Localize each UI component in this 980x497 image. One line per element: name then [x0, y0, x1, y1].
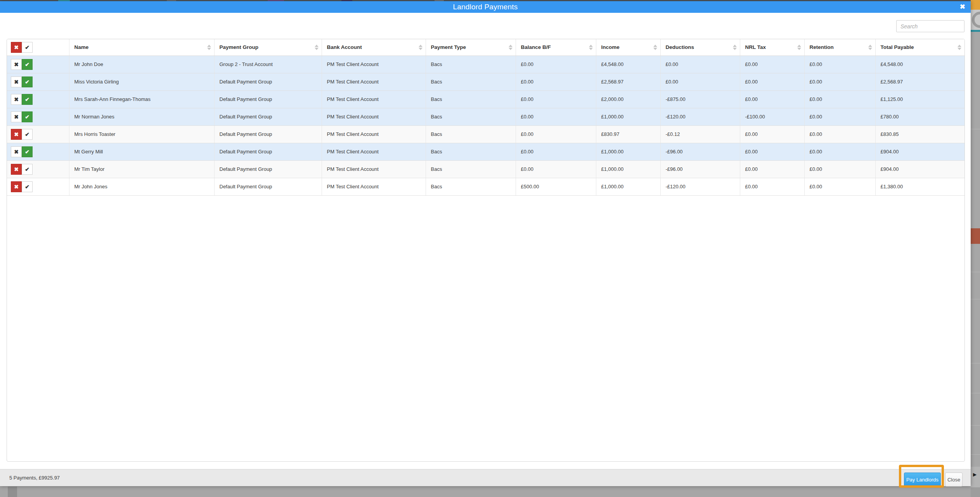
sort-icon[interactable]	[957, 45, 961, 50]
cell-nrl-tax: £0.00	[740, 90, 804, 108]
accept-row-button[interactable]: ✔	[22, 59, 33, 70]
column-header[interactable]: Payment Group	[214, 39, 322, 56]
sort-icon[interactable]	[419, 45, 422, 50]
column-header[interactable]: Deductions	[660, 39, 740, 56]
table-row: ✖✔ Mr John Doe Group 2 - Trust Account P…	[7, 56, 964, 73]
cell-bank-account: PM Test Client Account	[322, 90, 426, 108]
sort-icon[interactable]	[868, 45, 872, 50]
cell-balance-bf: £0.00	[516, 90, 596, 108]
column-header[interactable]: Name	[69, 39, 214, 56]
cell-income: £4,548.00	[596, 56, 660, 73]
reject-all-button[interactable]: ✖	[11, 42, 22, 53]
pay-landlords-button[interactable]: Pay Landlords	[904, 473, 941, 487]
cell-payment-type: Bacs	[426, 143, 516, 160]
cell-retention: £0.00	[804, 90, 875, 108]
search-input[interactable]	[896, 20, 964, 32]
reject-row-button[interactable]: ✖	[11, 181, 22, 192]
reject-row-button[interactable]: ✖	[11, 94, 22, 105]
cell-retention: £0.00	[804, 108, 875, 125]
column-header[interactable]: Income	[596, 39, 660, 56]
cell-payment-group: Default Payment Group	[214, 160, 322, 178]
sort-icon[interactable]	[653, 45, 657, 50]
cell-balance-bf: £0.00	[516, 73, 596, 90]
cell-name: Mr John Jones	[69, 178, 214, 195]
cell-bank-account: PM Test Client Account	[322, 125, 426, 143]
cell-balance-bf: £0.00	[516, 143, 596, 160]
column-header-label: Bank Account	[327, 44, 362, 50]
column-header-label: Deductions	[666, 44, 694, 50]
cell-deductions: -£96.00	[660, 143, 740, 160]
cell-payment-group: Default Payment Group	[214, 125, 322, 143]
accept-row-button[interactable]: ✔	[22, 111, 33, 122]
row-toggle-cell: ✖✔	[7, 90, 69, 108]
cell-total-payable: £1,380.00	[875, 178, 964, 195]
cell-payment-type: Bacs	[426, 56, 516, 73]
cell-income: £2,000.00	[596, 90, 660, 108]
cell-nrl-tax: £0.00	[740, 56, 804, 73]
table-row: ✖✔ Mrs Horris Toaster Default Payment Gr…	[7, 125, 964, 143]
table-row: ✖✔ Miss Victoria Girling Default Payment…	[7, 73, 964, 90]
reject-row-button[interactable]: ✖	[11, 164, 22, 175]
sort-icon[interactable]	[315, 45, 319, 50]
accept-row-button[interactable]: ✔	[22, 181, 33, 192]
column-header[interactable]: NRL Tax	[740, 39, 804, 56]
payments-summary: 5 Payments, £9925.97	[9, 475, 60, 481]
cell-income: £1,000.00	[596, 143, 660, 160]
cell-name: Mr John Doe	[69, 56, 214, 73]
accept-row-button[interactable]: ✔	[22, 94, 33, 105]
accept-row-button[interactable]: ✔	[22, 76, 33, 87]
reject-row-button[interactable]: ✖	[11, 111, 22, 122]
row-toggle-cell: ✖✔	[7, 143, 69, 160]
sort-icon[interactable]	[207, 45, 211, 50]
cell-balance-bf: £0.00	[516, 160, 596, 178]
sort-icon[interactable]	[733, 45, 737, 50]
cell-name: Mrs Sarah-Ann Finnegan-Thomas	[69, 90, 214, 108]
reject-row-button[interactable]: ✖	[11, 59, 22, 70]
cell-bank-account: PM Test Client Account	[322, 56, 426, 73]
reject-row-button[interactable]: ✖	[11, 146, 22, 157]
cell-bank-account: PM Test Client Account	[322, 108, 426, 125]
background-orange-block	[971, 0, 980, 10]
column-header[interactable]: Balance B/F	[516, 39, 596, 56]
cell-balance-bf: £0.00	[516, 125, 596, 143]
cell-nrl-tax: £0.00	[740, 143, 804, 160]
accept-row-button[interactable]: ✔	[22, 129, 33, 140]
accept-row-button[interactable]: ✔	[22, 164, 33, 175]
cell-deductions: £0.00	[660, 56, 740, 73]
caret-right-icon: ▶	[973, 472, 977, 477]
cell-payment-group: Group 2 - Trust Account	[214, 56, 322, 73]
logo-ring-icon	[972, 12, 980, 28]
cell-balance-bf: £500.00	[516, 178, 596, 195]
close-button[interactable]: Close	[945, 473, 963, 487]
table-header-row: ✖✔ Name Payment Group Bank Account Payme…	[7, 39, 964, 56]
accept-all-button[interactable]: ✔	[22, 42, 33, 53]
cell-payment-group: Default Payment Group	[214, 108, 322, 125]
close-icon[interactable]: ✖	[960, 3, 965, 11]
landlord-payments-dialog: Landlord Payments ✖ ✖✔ Name	[0, 1, 971, 486]
cell-payment-type: Bacs	[426, 90, 516, 108]
cell-retention: £0.00	[804, 73, 875, 90]
sort-icon[interactable]	[589, 45, 593, 50]
accept-row-button[interactable]: ✔	[22, 146, 33, 157]
cell-total-payable: £904.00	[875, 143, 964, 160]
dialog-titlebar: Landlord Payments ✖	[0, 1, 971, 13]
cell-name: Mr Tim Taylor	[69, 160, 214, 178]
column-header[interactable]: Retention	[804, 39, 875, 56]
sort-icon[interactable]	[509, 45, 513, 50]
dialog-title: Landlord Payments	[453, 3, 518, 11]
background-logo-fragment	[971, 10, 980, 30]
reject-row-button[interactable]: ✖	[11, 76, 22, 87]
sort-icon[interactable]	[797, 45, 801, 50]
cell-payment-group: Default Payment Group	[214, 178, 322, 195]
column-header[interactable]: Payment Type	[426, 39, 516, 56]
cell-income: £1,000.00	[596, 178, 660, 195]
table-row: ✖✔ Mrs Sarah-Ann Finnegan-Thomas Default…	[7, 90, 964, 108]
table-row: ✖✔ Mr John Jones Default Payment Group P…	[7, 178, 964, 195]
column-header[interactable]: Total Payable	[875, 39, 964, 56]
cell-payment-group: Default Payment Group	[214, 73, 322, 90]
cell-total-payable: £1,125.00	[875, 90, 964, 108]
cell-nrl-tax: -£100.00	[740, 108, 804, 125]
cell-payment-type: Bacs	[426, 160, 516, 178]
column-header[interactable]: Bank Account	[322, 39, 426, 56]
reject-row-button[interactable]: ✖	[11, 129, 22, 140]
